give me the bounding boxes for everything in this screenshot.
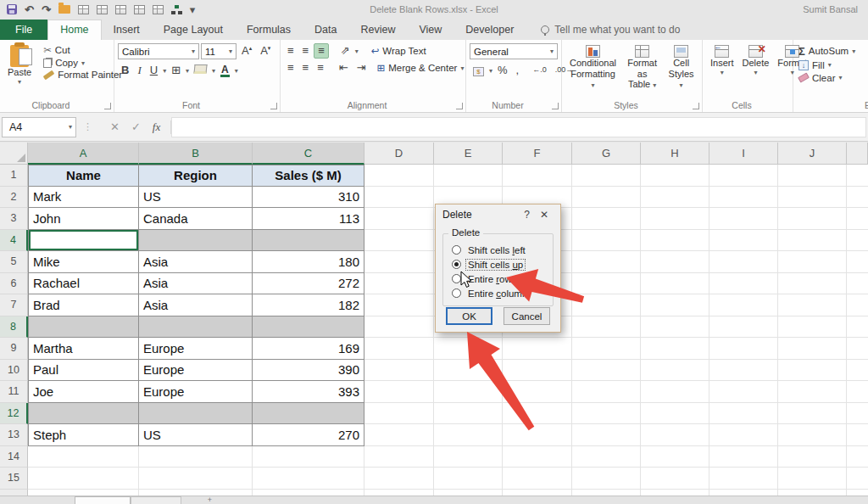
font-dialog-launcher-icon[interactable] bbox=[270, 103, 277, 109]
cell-B9[interactable]: Europe bbox=[139, 338, 253, 360]
cell-H2[interactable] bbox=[641, 187, 709, 209]
cell-I6[interactable] bbox=[709, 273, 778, 295]
column-header-H[interactable]: H bbox=[641, 143, 709, 165]
ok-button[interactable]: OK bbox=[446, 307, 492, 325]
org-chart-icon[interactable] bbox=[171, 5, 182, 14]
column-header-overflow[interactable] bbox=[847, 143, 868, 165]
tab-insert[interactable]: Insert bbox=[102, 20, 152, 40]
italic-button[interactable]: I bbox=[134, 64, 144, 77]
cell-H10[interactable] bbox=[641, 360, 709, 382]
row-header-7[interactable]: 7 bbox=[0, 294, 28, 316]
cell-G12[interactable] bbox=[572, 403, 641, 425]
cell-A1[interactable]: Name bbox=[28, 165, 139, 187]
cell-H8[interactable] bbox=[641, 316, 709, 339]
styles-dialog-launcher-icon[interactable] bbox=[693, 103, 699, 109]
tab-view[interactable]: View bbox=[407, 20, 453, 40]
cell-I15[interactable] bbox=[709, 468, 778, 490]
radio-button-icon[interactable] bbox=[452, 245, 461, 255]
cell-I14[interactable] bbox=[709, 446, 778, 468]
align-left-icon[interactable]: ≡ bbox=[284, 61, 298, 75]
cell-D5[interactable] bbox=[364, 251, 434, 273]
cell-D14[interactable] bbox=[364, 446, 434, 468]
cell-G15[interactable] bbox=[572, 468, 641, 490]
conditional-formatting-button[interactable]: Conditional Formatting ▾ bbox=[565, 43, 620, 92]
cell-H15[interactable] bbox=[641, 468, 709, 490]
row-header-9[interactable]: 9 bbox=[0, 338, 28, 360]
cell-J5[interactable] bbox=[778, 251, 847, 273]
signed-in-user[interactable]: Sumit Bansal bbox=[803, 4, 858, 14]
enter-entry-icon[interactable]: ✓ bbox=[131, 120, 141, 133]
grid-filler[interactable] bbox=[847, 251, 868, 273]
row-header-5[interactable]: 5 bbox=[0, 251, 28, 273]
cell-A8[interactable] bbox=[28, 316, 139, 339]
cell-C7[interactable]: 182 bbox=[253, 294, 364, 316]
cell-E9[interactable] bbox=[434, 338, 503, 360]
cell-A13[interactable]: Steph bbox=[28, 424, 139, 446]
cell-B8[interactable] bbox=[139, 316, 253, 339]
cell-C5[interactable]: 180 bbox=[253, 251, 364, 273]
cell-G6[interactable] bbox=[572, 273, 641, 295]
cell-A11[interactable]: Joe bbox=[28, 381, 139, 403]
grid-filler[interactable] bbox=[847, 187, 868, 209]
cell-E12[interactable] bbox=[434, 403, 503, 425]
tab-page-layout[interactable]: Page Layout bbox=[152, 20, 235, 40]
cell-H4[interactable] bbox=[641, 230, 709, 252]
cell-H14[interactable] bbox=[641, 446, 709, 468]
open-folder-icon[interactable] bbox=[58, 5, 70, 14]
accounting-format-icon[interactable]: $ bbox=[470, 64, 487, 77]
number-dialog-launcher-icon[interactable] bbox=[552, 103, 559, 109]
tab-developer[interactable]: Developer bbox=[453, 20, 526, 40]
cell-C6[interactable]: 272 bbox=[253, 273, 364, 295]
cell-A14[interactable] bbox=[28, 446, 139, 468]
cell-A2[interactable]: Mark bbox=[28, 187, 139, 209]
column-header-A[interactable]: A bbox=[28, 143, 139, 165]
cell-styles-button[interactable]: Cell Styles ▾ bbox=[664, 43, 698, 92]
cell-D1[interactable] bbox=[364, 165, 434, 187]
cell-B11[interactable]: Europe bbox=[139, 381, 253, 403]
cell-G11[interactable] bbox=[572, 381, 641, 403]
align-center-icon[interactable]: ≡ bbox=[299, 61, 313, 75]
increase-indent-icon[interactable]: ⇥ bbox=[353, 61, 370, 75]
grid-filler[interactable] bbox=[847, 165, 868, 187]
grid-filler[interactable] bbox=[847, 208, 868, 230]
cell-C8[interactable] bbox=[253, 316, 364, 339]
fill-button[interactable]: ↓Fill▾ bbox=[797, 59, 865, 71]
cell-G5[interactable] bbox=[572, 251, 641, 273]
row-header-4[interactable]: 4 bbox=[0, 230, 28, 252]
clipboard-dialog-launcher-icon[interactable] bbox=[104, 103, 111, 109]
paste-button[interactable]: Paste ▾ bbox=[3, 43, 36, 87]
row-header-2[interactable]: 2 bbox=[0, 187, 28, 209]
cell-I4[interactable] bbox=[709, 230, 778, 252]
borders-caret-icon[interactable]: ▾ bbox=[186, 67, 189, 75]
cell-J3[interactable] bbox=[778, 208, 847, 230]
row-header-6[interactable]: 6 bbox=[0, 273, 28, 295]
save-icon[interactable] bbox=[7, 4, 17, 14]
sheet-tab-2[interactable] bbox=[131, 496, 181, 504]
row-header-3[interactable]: 3 bbox=[0, 208, 28, 230]
cell-J11[interactable] bbox=[778, 381, 847, 403]
row-header-15[interactable]: 15 bbox=[0, 468, 28, 490]
row-header-10[interactable]: 10 bbox=[0, 360, 28, 382]
autosum-button[interactable]: ΣAutoSum▾ bbox=[797, 43, 865, 59]
cell-I1[interactable] bbox=[709, 165, 778, 187]
comma-style-button[interactable]: , bbox=[513, 64, 523, 77]
decrease-indent-icon[interactable]: ⇤ bbox=[336, 61, 352, 75]
cell-I8[interactable] bbox=[709, 316, 778, 339]
grid-filler[interactable] bbox=[847, 230, 868, 252]
cell-C14[interactable] bbox=[253, 446, 364, 468]
underline-button[interactable]: U bbox=[147, 64, 161, 77]
cell-J15[interactable] bbox=[778, 468, 847, 490]
cell-D3[interactable] bbox=[364, 208, 434, 230]
name-box[interactable]: A4 ▾ bbox=[2, 117, 76, 137]
column-header-D[interactable]: D bbox=[364, 143, 434, 165]
sheet-tab-active[interactable] bbox=[75, 496, 131, 504]
cell-D7[interactable] bbox=[364, 294, 434, 316]
cell-B5[interactable]: Asia bbox=[139, 251, 253, 273]
insert-cells-button[interactable]: Insert ▾ bbox=[706, 43, 738, 78]
cell-C9[interactable]: 169 bbox=[253, 338, 364, 360]
tab-home[interactable]: Home bbox=[47, 20, 101, 40]
cell-E15[interactable] bbox=[434, 468, 503, 490]
grid-filler[interactable] bbox=[847, 403, 868, 425]
increase-font-size-button[interactable]: A▴ bbox=[238, 44, 255, 59]
cell-A10[interactable]: Paul bbox=[28, 360, 139, 382]
